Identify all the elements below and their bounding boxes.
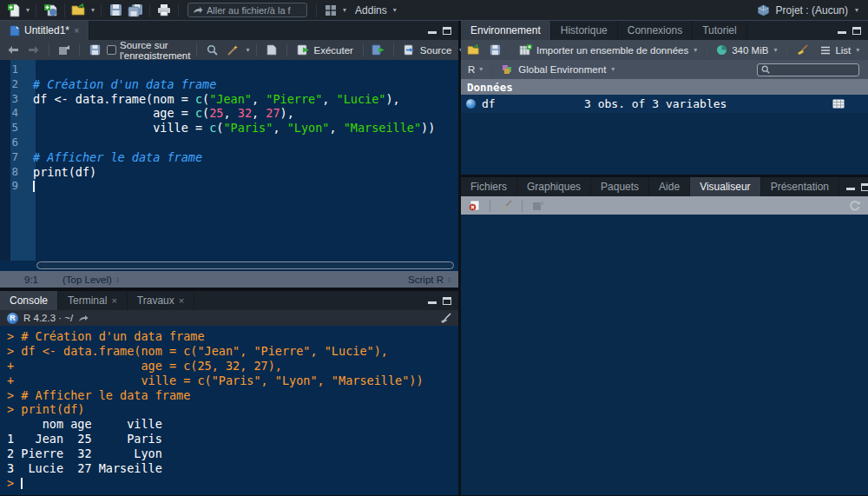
memory-pie-icon (716, 44, 727, 56)
tab-plots[interactable]: Graphiques (517, 177, 591, 196)
scope-selector[interactable]: (Top Level) (62, 274, 112, 285)
console-line: > df <- data.frame(nom = c("Jean", "Pier… (7, 344, 458, 359)
tab-viewer[interactable]: Visualiseur (690, 177, 760, 196)
line-number: 1 (0, 63, 27, 77)
environment-search-input[interactable] (773, 64, 855, 75)
line-number: 4 (0, 106, 27, 121)
toolbar-separator (490, 200, 490, 212)
maximize-pane-icon[interactable] (861, 183, 868, 191)
tab-environment[interactable]: Environnement (461, 21, 551, 40)
tab-history[interactable]: Historique (551, 21, 618, 40)
data-object-icon (466, 99, 476, 109)
close-tab-icon[interactable]: × (111, 296, 116, 306)
view-table-button[interactable] (832, 99, 845, 109)
runtime-selector[interactable]: R ▾ (465, 61, 486, 78)
console-line: 3 Lucie 27 Marseille (7, 461, 458, 476)
pane-layout-caret-icon[interactable]: ▾ (342, 7, 347, 14)
source-label: Source (420, 45, 451, 56)
clear-environment-button[interactable] (793, 42, 811, 59)
popout-button[interactable] (56, 42, 73, 59)
popout-window-icon (532, 200, 544, 211)
new-file-caret-icon[interactable]: ▾ (25, 7, 30, 14)
new-file-button[interactable] (5, 2, 23, 19)
rerun-button[interactable] (370, 42, 387, 59)
open-directory-arrow-icon[interactable] (78, 314, 89, 322)
open-file-caret-icon[interactable]: ▾ (90, 7, 95, 14)
toolbar-separator (101, 3, 102, 17)
tab-files[interactable]: Fichiers (461, 177, 517, 196)
tab-terminal[interactable]: Terminal × (58, 291, 128, 310)
environment-selector[interactable]: Global Environment ▾ (499, 61, 618, 78)
toolbar-separator (286, 43, 287, 56)
search-icon (761, 65, 770, 74)
memory-usage-button[interactable]: 340 MiB ▾ (713, 42, 780, 59)
maximize-pane-icon[interactable] (443, 297, 451, 305)
view-mode-button[interactable]: List ▾ (818, 42, 863, 59)
clear-console-broom-icon[interactable] (439, 313, 451, 324)
addins-button[interactable]: Addins ▾ (350, 2, 401, 19)
open-folder-icon (467, 44, 481, 56)
code-tools-caret-icon[interactable]: ▾ (245, 47, 250, 54)
tab-console[interactable]: Console (0, 291, 58, 310)
clear-viewer-button[interactable] (465, 197, 483, 215)
hscrollbar-thumb[interactable] (36, 261, 454, 269)
toolbar-separator (196, 43, 197, 56)
new-project-button[interactable] (42, 2, 59, 19)
print-button[interactable] (155, 2, 173, 19)
minimize-pane-icon[interactable] (838, 27, 846, 35)
source-button[interactable]: Source (400, 42, 455, 59)
file-type-selector[interactable]: Script R (408, 274, 444, 285)
project-menu-button[interactable]: Projet : (Aucun) ▾ (753, 2, 863, 19)
forward-button[interactable] (25, 42, 43, 59)
code-line: 2# Création d'un data frame (0, 77, 458, 92)
save-all-button[interactable] (127, 2, 144, 19)
tab-untitled1[interactable]: Untitled1* × (0, 21, 89, 40)
back-button[interactable] (4, 42, 22, 59)
maximize-pane-icon[interactable] (443, 27, 451, 35)
find-replace-button[interactable] (203, 42, 220, 59)
tab-presentation[interactable]: Présentation (761, 177, 839, 196)
environment-entry-df[interactable]: df 3 obs. of 3 variables (461, 95, 868, 113)
close-tab-icon[interactable]: × (74, 26, 79, 36)
minimize-pane-icon[interactable] (428, 297, 437, 305)
tab-tutorial[interactable]: Tutoriel (693, 21, 747, 40)
tab-help[interactable]: Aide (649, 177, 690, 196)
pane-layout-button[interactable] (322, 2, 339, 19)
environment-search (757, 63, 859, 76)
toolbar-separator (707, 43, 707, 56)
console-body[interactable]: > # Création d'un data frame> df <- data… (0, 326, 458, 495)
console-line: nom age ville (7, 417, 458, 432)
import-caret-icon: ▾ (693, 47, 698, 54)
tab-jobs[interactable]: Travaux × (128, 291, 194, 310)
minimize-pane-icon[interactable] (846, 183, 855, 191)
editor-body[interactable]: 12# Création d'un data frame3df <- data.… (0, 60, 458, 261)
save-workspace-button[interactable] (486, 42, 503, 59)
code-line: 4 age = c(25, 32, 27), (0, 106, 458, 121)
toolbar-separator (393, 43, 394, 56)
run-button[interactable]: Exécuter (293, 42, 356, 59)
viewer-pane: Fichiers Graphiques Paquets Aide Visuali… (461, 177, 868, 495)
pane-window-buttons (839, 177, 868, 196)
open-file-button[interactable] (70, 2, 88, 19)
save-button[interactable] (107, 2, 124, 19)
code-tools-button[interactable] (224, 42, 241, 59)
minimize-pane-icon[interactable] (428, 27, 437, 35)
tab-connections[interactable]: Connexions (618, 21, 693, 40)
load-workspace-button[interactable] (465, 42, 483, 59)
code-line: 8print(df) (0, 165, 458, 180)
refresh-viewer-button[interactable] (846, 197, 864, 215)
import-dataset-button[interactable]: Importer un ensemble de données ▾ (516, 42, 700, 59)
close-tab-icon[interactable]: × (179, 296, 184, 306)
source-pane: Untitled1* × (0, 21, 458, 288)
goto-file-input[interactable] (207, 5, 302, 16)
save-source-button[interactable] (86, 42, 103, 59)
source-on-save-checkbox[interactable] (107, 45, 116, 55)
tab-packages[interactable]: Paquets (591, 177, 649, 196)
compile-report-button[interactable] (263, 42, 280, 59)
toolbar-separator (79, 43, 80, 56)
maximize-pane-icon[interactable] (852, 27, 861, 35)
environment-empty-area (461, 113, 868, 175)
environment-toolbar: Importer un ensemble de données ▾ 340 Mi… (461, 40, 868, 60)
viewer-popout-button[interactable] (529, 197, 547, 215)
clean-viewer-button[interactable] (497, 197, 515, 215)
